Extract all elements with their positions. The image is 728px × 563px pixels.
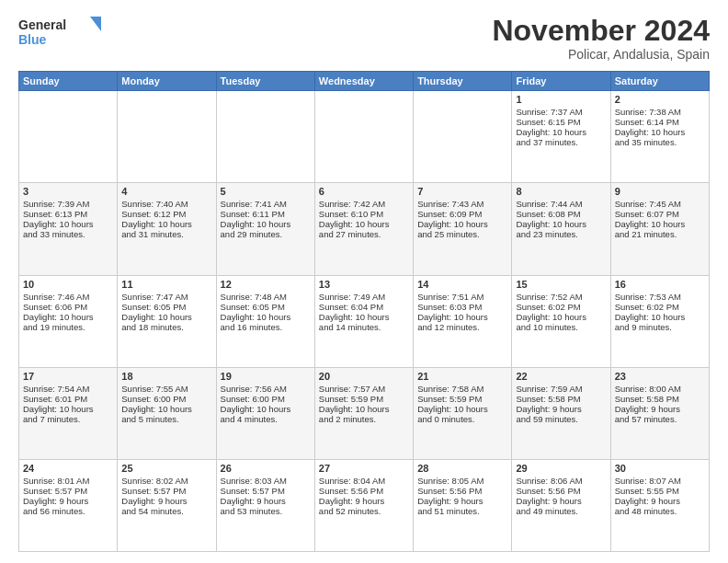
day-info: Sunset: 5:58 PM — [615, 394, 679, 404]
day-number: 25 — [121, 463, 211, 474]
day-info: Sunset: 6:00 PM — [221, 394, 285, 404]
day-info: Sunset: 6:02 PM — [615, 302, 679, 312]
day-info: Sunset: 6:09 PM — [417, 209, 482, 219]
day-number: 3 — [23, 186, 113, 197]
day-info: Daylight: 10 hours — [221, 312, 291, 322]
calendar-cell — [314, 91, 413, 183]
day-info: Sunrise: 7:43 AM — [417, 199, 483, 209]
day-info: Sunrise: 8:01 AM — [23, 476, 89, 486]
day-info: Daylight: 10 hours — [23, 404, 94, 414]
day-info: and 53 minutes. — [221, 506, 283, 516]
calendar-cell: 21Sunrise: 7:58 AMSunset: 5:59 PMDayligh… — [414, 367, 512, 459]
day-info: Sunrise: 8:03 AM — [221, 476, 287, 486]
day-info: Sunset: 6:03 PM — [417, 302, 482, 312]
day-info: Sunrise: 7:51 AM — [417, 292, 483, 302]
day-info: Sunset: 5:57 PM — [23, 486, 87, 496]
day-info: Sunset: 6:04 PM — [319, 302, 383, 312]
day-info: Sunset: 6:07 PM — [615, 209, 679, 219]
calendar-cell: 3Sunrise: 7:39 AMSunset: 6:13 PMDaylight… — [19, 183, 118, 275]
day-info: and 25 minutes. — [417, 229, 480, 239]
day-info: Sunrise: 8:00 AM — [615, 384, 681, 394]
header-saturday: Saturday — [610, 72, 709, 91]
calendar-cell — [118, 91, 216, 183]
day-info: Sunrise: 7:52 AM — [516, 292, 582, 302]
day-number: 14 — [417, 279, 507, 290]
day-info: and 7 minutes. — [23, 414, 80, 424]
day-info: and 4 minutes. — [221, 414, 278, 424]
header-sunday: Sunday — [19, 72, 118, 91]
day-number: 17 — [23, 371, 113, 382]
day-number: 27 — [319, 463, 409, 474]
svg-marker-2 — [90, 17, 101, 31]
calendar-cell: 25Sunrise: 8:02 AMSunset: 5:57 PMDayligh… — [118, 459, 216, 551]
logo-svg: General Blue — [18, 15, 101, 48]
day-info: Daylight: 10 hours — [23, 312, 94, 322]
day-info: Sunrise: 7:54 AM — [23, 384, 89, 394]
day-info: and 5 minutes. — [121, 414, 178, 424]
day-info: Daylight: 10 hours — [417, 312, 488, 322]
title-block: November 2024 Policar, Andalusia, Spain — [492, 15, 710, 62]
day-number: 15 — [516, 279, 606, 290]
day-number: 6 — [319, 186, 409, 197]
day-number: 26 — [221, 463, 311, 474]
day-info: Sunset: 5:55 PM — [615, 486, 679, 496]
day-info: Daylight: 9 hours — [516, 496, 581, 506]
day-info: Sunrise: 7:55 AM — [121, 384, 188, 394]
day-info: Sunset: 5:56 PM — [319, 486, 383, 496]
calendar-cell — [19, 91, 118, 183]
day-info: and 48 minutes. — [615, 506, 677, 516]
day-info: and 57 minutes. — [615, 414, 677, 424]
calendar-cell: 16Sunrise: 7:53 AMSunset: 6:02 PMDayligh… — [610, 275, 709, 367]
day-info: Sunset: 5:59 PM — [417, 394, 482, 404]
day-info: Sunset: 5:56 PM — [516, 486, 580, 496]
header: General Blue November 2024 Policar, Anda… — [18, 15, 710, 62]
day-info: Sunrise: 7:53 AM — [615, 292, 681, 302]
day-info: Daylight: 10 hours — [417, 219, 488, 229]
calendar-cell: 30Sunrise: 8:07 AMSunset: 5:55 PMDayligh… — [610, 459, 709, 551]
day-info: Sunrise: 7:57 AM — [319, 384, 385, 394]
day-info: Sunrise: 7:58 AM — [417, 384, 483, 394]
day-info: Daylight: 10 hours — [319, 219, 390, 229]
day-info: Daylight: 10 hours — [221, 219, 291, 229]
logo: General Blue — [18, 15, 101, 48]
day-info: Daylight: 10 hours — [121, 219, 192, 229]
day-info: and 35 minutes. — [615, 137, 677, 147]
calendar-cell: 6Sunrise: 7:42 AMSunset: 6:10 PMDaylight… — [314, 183, 413, 275]
day-info: Sunset: 6:13 PM — [23, 209, 87, 219]
day-info: Sunset: 6:00 PM — [121, 394, 186, 404]
day-info: and 33 minutes. — [23, 229, 85, 239]
day-info: Sunrise: 7:45 AM — [615, 199, 681, 209]
day-number: 11 — [121, 279, 211, 290]
day-info: and 59 minutes. — [516, 414, 578, 424]
day-info: and 49 minutes. — [516, 506, 578, 516]
day-number: 4 — [121, 186, 211, 197]
day-info: and 52 minutes. — [319, 506, 381, 516]
day-info: Sunset: 6:05 PM — [221, 302, 285, 312]
calendar-cell: 26Sunrise: 8:03 AMSunset: 5:57 PMDayligh… — [216, 459, 314, 551]
day-info: Sunset: 5:59 PM — [319, 394, 383, 404]
calendar-cell: 11Sunrise: 7:47 AMSunset: 6:05 PMDayligh… — [118, 275, 216, 367]
day-info: Sunset: 5:58 PM — [516, 394, 580, 404]
day-number: 21 — [417, 371, 507, 382]
day-info: and 19 minutes. — [23, 322, 85, 332]
day-info: Sunrise: 7:56 AM — [221, 384, 287, 394]
day-info: Sunset: 6:02 PM — [516, 302, 580, 312]
day-number: 1 — [516, 94, 606, 105]
day-info: and 51 minutes. — [417, 506, 480, 516]
svg-text:General: General — [18, 17, 66, 32]
day-info: Sunrise: 7:38 AM — [615, 107, 681, 117]
day-number: 9 — [615, 186, 705, 197]
day-info: and 16 minutes. — [221, 322, 283, 332]
day-number: 19 — [221, 371, 311, 382]
calendar-cell: 27Sunrise: 8:04 AMSunset: 5:56 PMDayligh… — [314, 459, 413, 551]
day-info: Daylight: 10 hours — [615, 312, 686, 322]
header-tuesday: Tuesday — [216, 72, 314, 91]
svg-text:Blue: Blue — [18, 32, 47, 47]
day-info: Daylight: 9 hours — [319, 496, 384, 506]
calendar-cell: 17Sunrise: 7:54 AMSunset: 6:01 PMDayligh… — [19, 367, 118, 459]
day-info: Daylight: 10 hours — [516, 312, 586, 322]
week-row-1: 1Sunrise: 7:37 AMSunset: 6:15 PMDaylight… — [19, 91, 710, 183]
day-info: Daylight: 10 hours — [417, 404, 488, 414]
day-info: Sunrise: 7:44 AM — [516, 199, 582, 209]
day-info: and 12 minutes. — [417, 322, 480, 332]
